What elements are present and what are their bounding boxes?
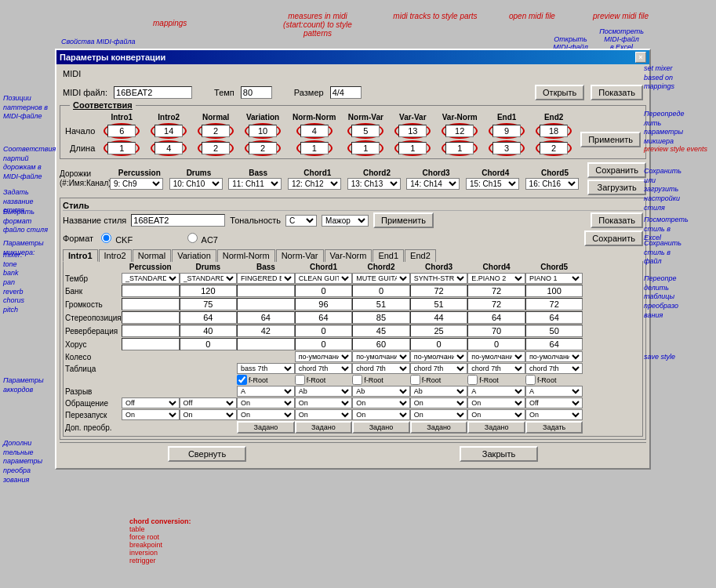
stereo-perc[interactable] [122, 311, 180, 324]
dop-chord1-btn[interactable]: Задано [295, 421, 353, 434]
track-chord5-select[interactable]: 16: Ch16 [525, 178, 579, 190]
rev-chord2[interactable] [352, 325, 410, 337]
cho-chord4[interactable] [467, 338, 525, 350]
start-variation[interactable] [249, 125, 277, 137]
vol-bass[interactable] [237, 298, 295, 310]
rev-perc[interactable] [122, 325, 180, 337]
vol-chord4[interactable] [467, 298, 525, 310]
len-normal[interactable] [202, 142, 230, 154]
tone-chord1[interactable]: CLEAN GUIT [295, 273, 353, 284]
cho-chord2[interactable] [352, 338, 410, 350]
start-normvar[interactable] [351, 125, 380, 137]
dop-chord3-btn[interactable]: Задано [410, 421, 468, 434]
tabla-chord5[interactable]: chord 7th [525, 363, 583, 374]
froot-chord5-check[interactable] [525, 375, 536, 385]
retrig-bass[interactable]: On [237, 409, 295, 420]
rev-chord4[interactable] [467, 325, 525, 337]
tempo-input[interactable] [241, 86, 272, 99]
tab-intro1[interactable]: Intro1 [63, 249, 98, 262]
tabla-bass[interactable]: bass 7th [237, 363, 295, 374]
froot-chord4-check[interactable] [467, 375, 478, 385]
cho-perc[interactable] [122, 338, 180, 350]
start-normnorm[interactable] [300, 125, 329, 137]
dop-bass-btn[interactable]: Задано [237, 421, 295, 434]
obrash-chord5[interactable]: Off [525, 397, 583, 408]
tabla-chord1[interactable]: chord 7th [295, 363, 353, 374]
bank-bass[interactable] [237, 285, 295, 297]
bank-chord4[interactable] [467, 285, 525, 297]
len-end2[interactable] [540, 142, 568, 154]
obrash-chord2[interactable]: On [352, 397, 410, 408]
len-varvar[interactable] [398, 142, 427, 154]
retrig-chord1[interactable]: On [295, 409, 353, 420]
track-chord2-select[interactable]: 13: Ch13 [347, 178, 401, 190]
retrig-chord2[interactable]: On [352, 409, 410, 420]
stereo-bass[interactable] [237, 311, 295, 324]
track-chord4-select[interactable]: 15: Ch15 [466, 178, 519, 190]
retrig-chord5[interactable]: On [525, 409, 583, 420]
tab-varnorm[interactable]: Var-Norm [325, 249, 373, 262]
scale-select[interactable]: Мажор [322, 215, 369, 227]
dop-chord4-btn[interactable]: Задано [467, 421, 525, 434]
start-end1[interactable] [492, 125, 521, 137]
save-tracks-btn[interactable]: Сохранить [587, 162, 646, 178]
razryv-chord3[interactable]: Ab [410, 386, 468, 397]
tab-normlnorm[interactable]: Norml-Norm [217, 249, 275, 262]
tab-end1[interactable]: End1 [373, 249, 404, 262]
cho-chord3[interactable] [410, 338, 468, 350]
len-varnorm[interactable] [445, 142, 474, 154]
tone-chord3[interactable]: SYNTH-STR1I [410, 273, 468, 284]
froot-chord1-check[interactable] [295, 375, 305, 385]
bank-chord3[interactable] [410, 285, 468, 297]
pitch-chord1[interactable]: по-умолчани [295, 351, 353, 362]
len-normnorm[interactable] [300, 142, 329, 154]
save-style-btn[interactable]: Сохранить [584, 230, 643, 246]
cho-bass[interactable] [237, 338, 295, 350]
obrash-drums[interactable]: Off [180, 397, 238, 408]
vol-chord2[interactable] [352, 298, 410, 310]
obrash-bass[interactable]: On [237, 397, 295, 408]
len-intro2[interactable] [154, 142, 183, 154]
tab-normvar[interactable]: Norm-Var [276, 249, 324, 262]
len-normvar[interactable] [351, 142, 380, 154]
tabla-chord3[interactable]: chord 7th [410, 363, 468, 374]
start-normal[interactable] [202, 125, 230, 137]
cho-chord5[interactable] [525, 338, 583, 350]
retrig-perc[interactable]: On [122, 409, 180, 420]
bank-chord2[interactable] [352, 285, 410, 297]
bank-chord1[interactable] [295, 285, 353, 297]
froot-bass-check[interactable] [237, 375, 247, 385]
bank-perc[interactable] [122, 285, 180, 297]
size-input[interactable] [330, 86, 362, 99]
format-ac7-radio[interactable] [187, 233, 198, 243]
start-varvar[interactable] [398, 125, 427, 137]
retrig-drums[interactable]: On [180, 409, 238, 420]
collapse-btn[interactable]: Свернуть [168, 446, 246, 462]
rev-chord3[interactable] [410, 325, 468, 337]
rev-bass[interactable] [237, 325, 295, 337]
stereo-chord4[interactable] [467, 311, 525, 324]
cho-drums[interactable] [180, 338, 238, 350]
razryv-bass[interactable]: A [237, 386, 295, 397]
tone-chord5[interactable]: PIANO 1 [525, 273, 583, 284]
track-bass-select[interactable]: 11: Ch11 [228, 178, 282, 190]
load-tracks-btn[interactable]: Загрузить [587, 180, 646, 195]
razryv-chord4[interactable]: A [467, 386, 525, 397]
vol-chord3[interactable] [410, 298, 468, 310]
vol-drums[interactable] [180, 298, 238, 310]
style-name-input[interactable] [131, 214, 225, 227]
obrash-chord1[interactable]: On [295, 397, 353, 408]
start-varnorm[interactable] [445, 125, 474, 137]
dop-chord5-btn[interactable]: Задать [525, 421, 583, 434]
format-ckf-radio[interactable] [101, 233, 111, 243]
pitch-chord4[interactable]: по-умолчани [467, 351, 525, 362]
track-chord3-select[interactable]: 14: Ch14 [406, 178, 460, 190]
tone-drums[interactable]: _STANDARD [180, 273, 238, 284]
obrash-chord4[interactable]: On [467, 397, 525, 408]
razryv-chord1[interactable]: Ab [295, 386, 353, 397]
pitch-chord3[interactable]: по-умолчани [410, 351, 468, 362]
vol-perc[interactable] [122, 298, 180, 310]
rev-drums[interactable] [180, 325, 238, 337]
len-end1[interactable] [492, 142, 521, 154]
start-end2[interactable] [540, 125, 568, 137]
